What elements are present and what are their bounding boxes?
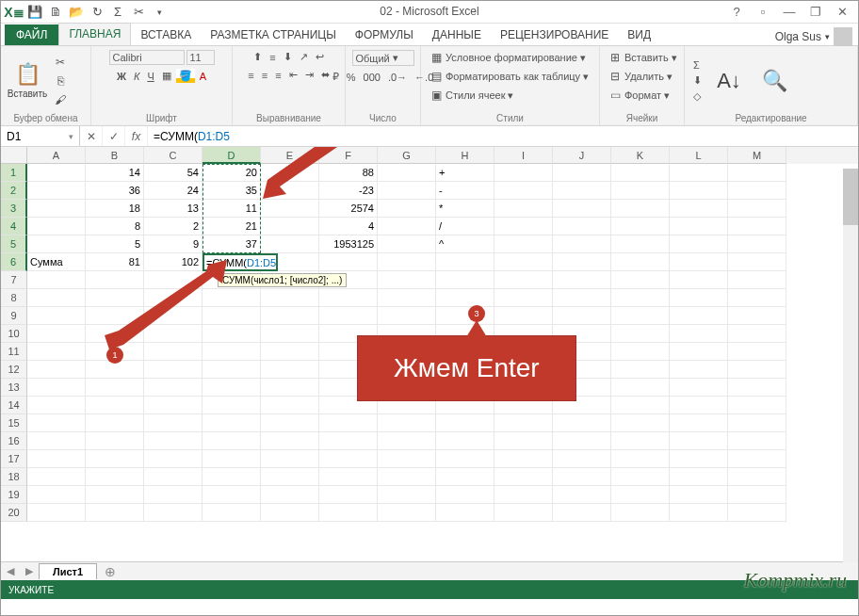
cell[interactable] — [261, 218, 319, 235]
cell[interactable] — [553, 504, 611, 522]
row-header[interactable]: 20 — [1, 504, 27, 522]
col-header-K[interactable]: K — [611, 147, 670, 164]
orientation-icon[interactable]: ↗ — [297, 50, 311, 64]
col-header-H[interactable]: H — [436, 147, 494, 164]
cell[interactable]: 35 — [203, 182, 261, 200]
wrap-text-icon[interactable]: ↩ — [313, 50, 327, 64]
cell[interactable] — [670, 182, 728, 200]
col-header-J[interactable]: J — [553, 147, 611, 164]
select-all-corner[interactable] — [1, 147, 27, 164]
layout-tab[interactable]: РАЗМЕТКА СТРАНИЦЫ — [201, 24, 346, 45]
home-tab[interactable]: ГЛАВНАЯ — [58, 23, 131, 45]
align-top-icon[interactable]: ⬆ — [251, 50, 265, 64]
cell[interactable] — [728, 361, 786, 379]
cell[interactable] — [670, 164, 728, 182]
cell[interactable] — [378, 235, 436, 253]
cell[interactable] — [494, 486, 553, 504]
cell[interactable] — [494, 253, 553, 271]
qat-dropdown-icon[interactable]: ▾ — [150, 3, 169, 22]
cell[interactable] — [27, 343, 86, 361]
add-sheet-button[interactable]: ⊕ — [97, 564, 123, 579]
cell[interactable]: 13 — [144, 200, 203, 218]
font-color-button[interactable]: A — [197, 69, 209, 83]
cell[interactable] — [378, 289, 436, 307]
help-icon[interactable]: ? — [726, 5, 747, 19]
cell[interactable] — [494, 289, 553, 307]
cell[interactable] — [494, 182, 553, 200]
cell[interactable] — [728, 432, 786, 450]
cell[interactable] — [27, 182, 86, 200]
cell[interactable] — [144, 397, 203, 414]
row-header[interactable]: 13 — [1, 379, 27, 397]
cell[interactable] — [670, 414, 728, 432]
cell[interactable] — [494, 432, 553, 450]
col-header-L[interactable]: L — [670, 147, 728, 164]
cell[interactable] — [670, 486, 728, 504]
cell[interactable]: + — [436, 164, 494, 182]
cell[interactable] — [27, 235, 86, 253]
cell[interactable] — [203, 379, 261, 397]
cell[interactable] — [670, 271, 728, 289]
cell[interactable] — [86, 504, 144, 522]
cell[interactable] — [319, 450, 378, 468]
cell[interactable] — [611, 164, 670, 182]
align-center-icon[interactable]: ≡ — [259, 68, 270, 82]
cell[interactable] — [27, 164, 86, 182]
row-header[interactable]: 19 — [1, 486, 27, 504]
cell[interactable] — [553, 432, 611, 450]
cell[interactable] — [319, 504, 378, 522]
cell[interactable] — [611, 468, 670, 486]
cell[interactable] — [319, 289, 378, 307]
row-header[interactable]: 2 — [1, 182, 27, 200]
cell[interactable] — [86, 468, 144, 486]
clear-button[interactable]: ◇ — [690, 89, 705, 104]
cell[interactable] — [436, 271, 494, 289]
cell[interactable] — [261, 414, 319, 432]
find-select-button[interactable]: 🔍 — [754, 69, 795, 93]
cell[interactable] — [728, 414, 786, 432]
fill-button[interactable]: ⬇ — [690, 73, 705, 88]
cut-icon[interactable]: ✂ — [129, 3, 148, 22]
cell[interactable] — [728, 200, 786, 218]
cell[interactable] — [27, 325, 86, 343]
cell[interactable]: 2 — [144, 218, 203, 235]
open-icon[interactable]: 📂 — [67, 3, 86, 22]
cell[interactable] — [670, 200, 728, 218]
delete-cells-button[interactable]: ⊟Удалить ▾ — [606, 69, 675, 84]
cell[interactable]: 18 — [86, 200, 144, 218]
cell[interactable] — [611, 414, 670, 432]
row-header[interactable]: 7 — [1, 271, 27, 289]
conditional-format-button[interactable]: ▦Условное форматирование ▾ — [427, 50, 589, 65]
inc-decimal-icon[interactable]: .0→ — [385, 70, 410, 84]
cell[interactable] — [670, 432, 728, 450]
cell[interactable] — [728, 343, 786, 361]
cell[interactable] — [144, 432, 203, 450]
cell[interactable] — [436, 486, 494, 504]
cell[interactable] — [378, 253, 436, 271]
cell[interactable] — [319, 307, 378, 325]
cell[interactable] — [670, 343, 728, 361]
cell[interactable] — [261, 325, 319, 343]
col-header-M[interactable]: M — [728, 147, 786, 164]
cell[interactable] — [494, 164, 553, 182]
cell[interactable] — [553, 200, 611, 218]
cell[interactable] — [670, 307, 728, 325]
cell[interactable] — [261, 468, 319, 486]
cell[interactable]: * — [436, 200, 494, 218]
align-left-icon[interactable]: ≡ — [245, 68, 256, 82]
cell[interactable] — [553, 253, 611, 271]
cell[interactable] — [436, 414, 494, 432]
cell[interactable] — [86, 450, 144, 468]
cell[interactable] — [553, 468, 611, 486]
cell[interactable] — [436, 253, 494, 271]
formulas-tab[interactable]: ФОРМУЛЫ — [346, 24, 423, 45]
cell[interactable]: 1953125 — [319, 235, 378, 253]
cell[interactable]: 11 — [203, 200, 261, 218]
cell[interactable] — [611, 253, 670, 271]
ribbon-display-icon[interactable]: ▫ — [753, 5, 773, 19]
cell-styles-button[interactable]: ▣Стили ячеек ▾ — [427, 88, 516, 103]
cell[interactable] — [378, 218, 436, 235]
autosum-button[interactable]: Σ — [690, 58, 705, 72]
cell[interactable] — [27, 361, 86, 379]
cell[interactable] — [494, 450, 553, 468]
